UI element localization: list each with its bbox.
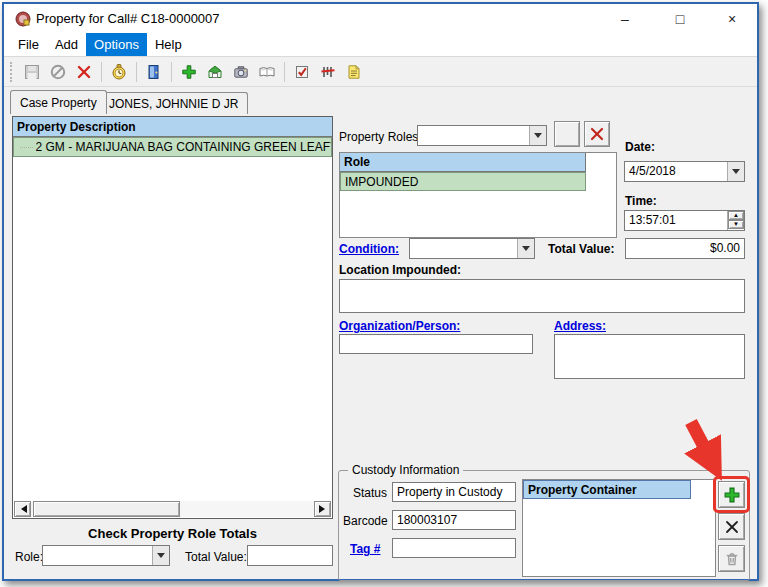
barcode-label: Barcode bbox=[343, 514, 387, 528]
tree-item-selected[interactable]: 2 GM - MARIJUANA BAG CONTAINING GREEN LE… bbox=[13, 137, 332, 157]
app-icon bbox=[15, 11, 31, 27]
total-value-label: Total Value: bbox=[548, 242, 614, 256]
toolbar-separator bbox=[171, 62, 172, 82]
time-value: 13:57:01 bbox=[625, 211, 727, 230]
property-roles-combobox[interactable] bbox=[417, 125, 547, 146]
property-roles-label: Property Roles: bbox=[339, 130, 422, 144]
tag-number-field[interactable] bbox=[392, 538, 516, 558]
remove-container-button[interactable] bbox=[718, 513, 745, 540]
screenshot-stage: Property for Call# C18-0000007 – □ × Fil… bbox=[0, 0, 768, 587]
address-field[interactable] bbox=[554, 334, 745, 379]
role-list: Role IMPOUNDED bbox=[339, 152, 617, 238]
delete-container-button[interactable] bbox=[718, 545, 745, 572]
add-icon[interactable] bbox=[176, 60, 202, 84]
tree-hscrollbar[interactable] bbox=[14, 501, 331, 517]
totals-value-label: Total Value: bbox=[185, 550, 247, 564]
tree-header[interactable]: Property Description bbox=[13, 117, 332, 137]
status-field[interactable]: Property in Custody bbox=[392, 482, 516, 502]
chevron-down-icon[interactable] bbox=[727, 162, 744, 181]
x-icon bbox=[723, 518, 741, 536]
scroll-right-button[interactable] bbox=[314, 501, 331, 517]
toolbar-separator bbox=[101, 62, 102, 82]
role-list-header[interactable]: Role bbox=[340, 153, 586, 172]
property-roles-value bbox=[418, 126, 529, 145]
spin-up-icon[interactable]: ▲ bbox=[728, 211, 744, 220]
annotation-arrow bbox=[657, 412, 757, 502]
condition-combobox[interactable] bbox=[409, 238, 535, 259]
maximize-button[interactable]: □ bbox=[657, 6, 703, 32]
save-icon[interactable] bbox=[19, 60, 45, 84]
total-value-field[interactable]: $0.00 bbox=[625, 238, 745, 259]
scroll-thumb[interactable] bbox=[33, 501, 180, 517]
checklist-icon[interactable] bbox=[289, 60, 315, 84]
role-item-text: IMPOUNDED bbox=[345, 175, 418, 189]
totals-role-value bbox=[43, 546, 152, 565]
toolbar bbox=[4, 57, 757, 87]
role-header-label: Role bbox=[344, 155, 370, 169]
spin-down-icon[interactable]: ▼ bbox=[728, 220, 744, 229]
role-list-item-impounded[interactable]: IMPOUNDED bbox=[340, 172, 586, 191]
tree-branch-line bbox=[20, 147, 33, 148]
custody-title: Custody Information bbox=[348, 463, 463, 477]
totals-role-combobox[interactable] bbox=[42, 545, 170, 566]
scroll-left-button[interactable] bbox=[14, 501, 31, 517]
tab-jones-johnnie[interactable]: JONES, JOHNNIE D JR bbox=[99, 92, 248, 114]
location-impounded-label: Location Impounded: bbox=[339, 263, 461, 277]
title-bar: Property for Call# C18-0000007 – □ × bbox=[4, 4, 757, 33]
location-impounded-field[interactable] bbox=[339, 279, 745, 313]
totals-value-field[interactable] bbox=[247, 545, 333, 566]
condition-value bbox=[410, 239, 517, 258]
date-value: 4/5/2018 bbox=[625, 162, 727, 181]
app-window: Property for Call# C18-0000007 – □ × Fil… bbox=[2, 2, 759, 581]
toolbar-separator bbox=[284, 62, 285, 82]
organization-person-link[interactable]: Organization/Person: bbox=[339, 319, 460, 333]
menu-options[interactable]: Options bbox=[86, 33, 147, 56]
tree-item-text: 2 GM - MARIJUANA BAG CONTAINING GREEN LE… bbox=[36, 140, 331, 154]
chevron-down-icon[interactable] bbox=[517, 239, 534, 258]
toolbar-separator bbox=[136, 62, 137, 82]
property-tree-panel: Property Description 2 GM - MARIJUANA BA… bbox=[12, 116, 333, 519]
tab-label: Case Property bbox=[20, 96, 97, 110]
cancel-icon[interactable] bbox=[45, 60, 71, 84]
date-label: Date: bbox=[625, 140, 655, 154]
delete-icon[interactable] bbox=[71, 60, 97, 84]
tab-label: JONES, JOHNNIE D JR bbox=[109, 97, 238, 111]
close-button[interactable]: × bbox=[709, 6, 755, 32]
red-x-icon bbox=[588, 125, 606, 143]
minimize-button[interactable]: – bbox=[602, 6, 648, 32]
time-label: Time: bbox=[625, 194, 657, 208]
check-totals-title: Check Property Role Totals bbox=[12, 526, 333, 541]
address-link[interactable]: Address: bbox=[554, 319, 606, 333]
roles-blank-button[interactable] bbox=[554, 121, 580, 147]
chevron-down-icon[interactable] bbox=[529, 126, 546, 145]
camera-icon[interactable] bbox=[228, 60, 254, 84]
ledger-icon[interactable] bbox=[254, 60, 280, 84]
tag-strike-icon[interactable] bbox=[315, 60, 341, 84]
time-spinner[interactable]: 13:57:01 ▲ ▼ bbox=[624, 210, 745, 231]
date-combobox[interactable]: 4/5/2018 bbox=[624, 161, 745, 182]
organization-person-field[interactable] bbox=[339, 334, 533, 354]
property-book-icon[interactable] bbox=[202, 60, 228, 84]
menu-file[interactable]: File bbox=[10, 33, 47, 56]
totals-role-label: Role: bbox=[15, 550, 43, 564]
menu-add[interactable]: Add bbox=[47, 33, 86, 56]
trash-icon bbox=[723, 550, 741, 568]
chevron-down-icon[interactable] bbox=[152, 546, 169, 565]
window-title: Property for Call# C18-0000007 bbox=[36, 11, 220, 26]
condition-link[interactable]: Condition: bbox=[339, 242, 399, 256]
menu-help[interactable]: Help bbox=[147, 33, 190, 56]
tree-header-label: Property Description bbox=[17, 120, 136, 134]
toolbar-grip[interactable] bbox=[10, 62, 14, 82]
clock-icon[interactable] bbox=[106, 60, 132, 84]
tag-number-link[interactable]: Tag # bbox=[350, 542, 380, 556]
status-label: Status bbox=[351, 486, 387, 500]
roles-delete-button[interactable] bbox=[584, 121, 610, 147]
exit-door-icon[interactable] bbox=[141, 60, 167, 84]
barcode-field[interactable]: 180003107 bbox=[392, 510, 516, 530]
container-header-label: Property Container bbox=[528, 483, 637, 497]
menu-bar: File Add Options Help bbox=[4, 33, 757, 57]
tab-case-property[interactable]: Case Property bbox=[10, 90, 107, 114]
notes-icon[interactable] bbox=[341, 60, 367, 84]
